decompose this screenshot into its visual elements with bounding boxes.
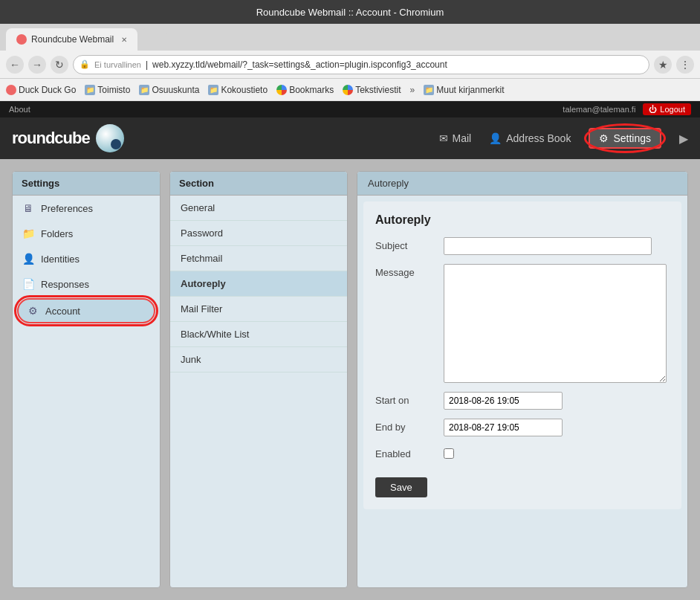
section-item-blackwhite[interactable]: Black/White List	[170, 322, 347, 347]
settings-item-preferences[interactable]: 🖥 Preferences	[13, 196, 160, 221]
about-label: About	[9, 105, 30, 114]
message-label: Message	[375, 264, 435, 278]
bookmark-tekstiviestit[interactable]: Tekstiviestit	[343, 85, 401, 95]
fetchmail-label: Fetchmail	[181, 253, 222, 264]
doc-icon: 📄	[22, 277, 35, 291]
security-icon: 🔒	[80, 59, 90, 69]
responses-label: Responses	[41, 279, 89, 290]
forward-button[interactable]: →	[28, 56, 46, 74]
nav-mail[interactable]: ✉ Mail	[439, 132, 472, 144]
google-icon-1	[276, 85, 287, 95]
enabled-checkbox[interactable]	[444, 448, 454, 459]
folders-label: Folders	[41, 228, 73, 239]
preferences-label: Preferences	[41, 203, 93, 214]
save-button[interactable]: Save	[375, 477, 427, 497]
browser-controls: ← → ↻ 🔒 Ei turvallinen | web.xyzzy.tld/w…	[0, 51, 700, 79]
person-icon: 👤	[22, 252, 35, 265]
folder-icon: 📁	[85, 85, 95, 95]
browser-title: Roundcube Webmail :: Account - Chromium	[256, 7, 444, 18]
end-by-input[interactable]	[444, 419, 563, 436]
logout-label: Logout	[660, 105, 685, 114]
reload-button[interactable]: ↻	[51, 56, 68, 74]
mailfilter-label: Mail Filter	[181, 303, 222, 314]
bookmark-muut[interactable]: 📁 Muut kirjanmerkit	[424, 85, 504, 95]
account-label: Account	[45, 306, 80, 317]
settings-panel: Settings 🖥 Preferences 📁 Folders 👤 Ident…	[12, 171, 161, 588]
folder-icon-4: 📁	[424, 85, 434, 95]
main-content: Settings 🖥 Preferences 📁 Folders 👤 Ident…	[0, 159, 700, 600]
logo-text: roundcube	[12, 129, 90, 148]
autoreply-body: Autoreply Subject Message Start on End b…	[363, 201, 681, 509]
gear-icon-account: ⚙	[26, 304, 39, 317]
bookmark-kokoustieto[interactable]: 📁 Kokoustieto	[208, 85, 268, 95]
start-on-label: Start on	[375, 392, 435, 406]
google-icon-2	[343, 85, 353, 95]
logo-area: roundcube	[12, 124, 124, 152]
settings-item-folders[interactable]: 📁 Folders	[13, 221, 160, 246]
tab-close-button[interactable]: ✕	[121, 36, 127, 44]
autoreply-title: Autoreply	[375, 213, 670, 227]
browser-titlebar: Roundcube Webmail :: Account - Chromium	[0, 0, 700, 24]
nav-settings[interactable]: ⚙ Settings	[589, 128, 661, 149]
nav-settings-label: Settings	[613, 132, 651, 144]
nav-arrow: ▶	[679, 132, 688, 146]
junk-label: Junk	[181, 354, 201, 365]
bookmark-bookmarks[interactable]: Bookmarks	[276, 85, 334, 95]
section-panel-header: Section	[170, 172, 347, 196]
tab-favicon	[16, 34, 27, 45]
nav-addressbook-label: Address Book	[506, 132, 571, 144]
folder-icon-2: 📁	[139, 85, 149, 95]
monitor-icon: 🖥	[22, 201, 35, 215]
mail-icon: ✉	[439, 132, 448, 144]
general-label: General	[181, 202, 215, 213]
settings-item-identities[interactable]: 👤 Identities	[13, 246, 160, 271]
settings-item-account[interactable]: ⚙ Account	[17, 298, 155, 323]
subject-label: Subject	[375, 237, 435, 251]
app-about-bar: About taleman@taleman.fi ⏻ Logout	[0, 101, 700, 117]
duckduckgo-icon	[6, 85, 16, 95]
section-panel: Section General Password Fetchmail Autor…	[169, 171, 348, 588]
autoreply-panel: Autoreply Autoreply Subject Message Star…	[357, 171, 688, 588]
address-bar[interactable]: 🔒 Ei turvallinen | web.xyzzy.tld/webmail…	[73, 55, 649, 74]
end-by-label: End by	[375, 419, 435, 433]
autoreply-panel-header: Autoreply	[357, 172, 687, 196]
logo-ball	[96, 124, 124, 152]
url-text: web.xyzzy.tld/webmail/?_task=settings&_a…	[152, 59, 643, 70]
browser-tabs: Roundcube Webmail ✕	[0, 24, 700, 51]
settings-icon: ⚙	[599, 132, 609, 144]
separator: |	[146, 59, 148, 70]
section-item-mailfilter[interactable]: Mail Filter	[170, 297, 347, 322]
section-item-password[interactable]: Password	[170, 221, 347, 246]
settings-item-responses[interactable]: 📄 Responses	[13, 271, 160, 297]
logout-button[interactable]: ⏻ Logout	[643, 103, 691, 115]
bookmark-duckduckgo[interactable]: Duck Duck Go	[6, 85, 76, 95]
more-bookmarks-indicator: »	[410, 85, 415, 95]
start-on-row: Start on	[375, 392, 670, 410]
section-item-fetchmail[interactable]: Fetchmail	[170, 246, 347, 271]
bookmarks-bar: Duck Duck Go 📁 Toimisto 📁 Osuuskunta 📁 K…	[0, 79, 700, 101]
user-email: taleman@taleman.fi	[563, 105, 635, 114]
section-item-autoreply[interactable]: Autoreply	[170, 271, 347, 297]
active-tab[interactable]: Roundcube Webmail ✕	[6, 28, 137, 51]
autoreply-section-label: Autoreply	[181, 278, 226, 289]
power-icon: ⏻	[649, 105, 657, 114]
blackwhite-label: Black/White List	[181, 329, 249, 340]
section-item-general[interactable]: General	[170, 196, 347, 221]
menu-button[interactable]: ⋮	[676, 56, 694, 74]
settings-panel-header: Settings	[13, 172, 160, 196]
nav-addressbook[interactable]: 👤 Address Book	[489, 132, 571, 144]
message-row: Message	[375, 264, 670, 383]
section-item-junk[interactable]: Junk	[170, 347, 347, 372]
app-bar-right: taleman@taleman.fi ⏻ Logout	[563, 103, 691, 115]
bookmark-osuuskunta[interactable]: 📁 Osuuskunta	[139, 85, 199, 95]
subject-input[interactable]	[444, 237, 652, 255]
start-on-input[interactable]	[444, 392, 563, 410]
message-textarea[interactable]	[444, 264, 667, 383]
bookmark-toimisto[interactable]: 📁 Toimisto	[85, 85, 130, 95]
subject-row: Subject	[375, 237, 670, 255]
tab-label: Roundcube Webmail	[31, 34, 114, 45]
new-tab-area	[140, 28, 167, 51]
bookmark-star-button[interactable]: ★	[654, 56, 672, 74]
password-label: Password	[181, 228, 223, 239]
back-button[interactable]: ←	[6, 56, 24, 74]
